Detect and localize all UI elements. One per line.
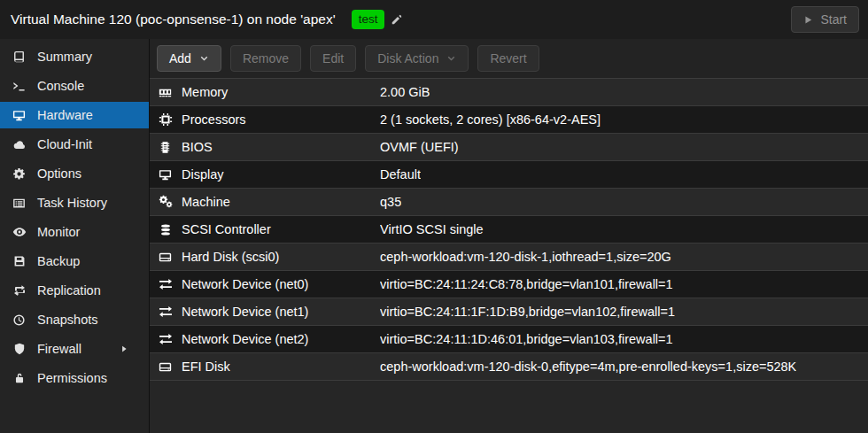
table-row-scsi-controller[interactable]: SCSI Controller VirtIO SCSI single	[150, 216, 868, 244]
book-icon	[12, 50, 27, 64]
row-value: virtio=BC:24:11:1D:46:01,bridge=vlan103,…	[380, 332, 673, 346]
sidebar-item-task-history[interactable]: Task History	[0, 189, 149, 216]
vm-header: Virtual Machine 120 (poc-opnsense-1) on …	[0, 0, 868, 39]
row-label: Memory	[182, 85, 380, 99]
chevron-down-icon	[446, 54, 456, 64]
row-value: ceph-workload:vm-120-disk-1,iothread=1,s…	[380, 250, 671, 264]
sidebar-item-label: Cloud-Init	[37, 137, 92, 151]
network-exchange-icon	[158, 305, 173, 319]
sidebar-item-console[interactable]: Console	[0, 73, 149, 99]
sidebar-item-summary[interactable]: Summary	[0, 43, 149, 70]
table-row-network-net1[interactable]: Network Device (net1) virtio=BC:24:11:1F…	[150, 298, 868, 326]
microchip-icon	[158, 141, 173, 154]
sidebar-item-label: Replication	[37, 283, 101, 298]
play-icon	[803, 15, 813, 25]
network-exchange-icon	[158, 332, 173, 346]
remove-button[interactable]: Remove	[230, 45, 301, 72]
sidebar-item-label: Options	[37, 166, 81, 181]
row-label: Display	[182, 167, 380, 182]
row-value: VirtIO SCSI single	[380, 222, 484, 236]
sidebar-item-firewall[interactable]: Firewall	[0, 336, 149, 362]
vm-tag-test: test	[352, 10, 385, 29]
floppy-icon	[12, 255, 27, 267]
row-label: Network Device (net1)	[182, 305, 380, 319]
row-label: EFI Disk	[182, 360, 380, 374]
network-exchange-icon	[158, 277, 173, 291]
row-value: ceph-workload:vm-120-disk-0,efitype=4m,p…	[380, 360, 796, 374]
cpu-icon	[158, 112, 173, 127]
row-value: OVMF (UEFI)	[380, 140, 459, 154]
display-icon	[158, 168, 173, 182]
page-title: Virtual Machine 120 (poc-opnsense-1) on …	[11, 12, 336, 27]
sidebar-item-label: Monitor	[37, 225, 80, 239]
hdd-icon	[158, 251, 173, 264]
sidebar-item-cloud-init[interactable]: Cloud-Init	[0, 131, 149, 158]
sidebar-item-monitor[interactable]: Monitor	[0, 219, 149, 245]
sidebar-item-label: Permissions	[37, 371, 107, 385]
start-button[interactable]: Start	[791, 6, 859, 33]
cogs-icon	[158, 195, 173, 209]
cloud-icon	[12, 138, 27, 151]
row-value: virtio=BC:24:11:1F:1D:B9,bridge=vlan102,…	[380, 305, 675, 319]
desktop-icon	[12, 109, 27, 122]
revert-button[interactable]: Revert	[477, 45, 539, 72]
shield-icon	[12, 343, 27, 355]
chevron-down-icon	[199, 54, 209, 64]
add-button[interactable]: Add	[157, 45, 221, 72]
hardware-toolbar: Add Remove Edit Disk Action Revert	[150, 39, 868, 79]
sidebar-item-label: Console	[37, 79, 84, 93]
terminal-icon	[12, 80, 27, 93]
sidebar-item-hardware[interactable]: Hardware	[0, 102, 149, 128]
vm-menu-sidebar: Summary Console Hardware Cloud-Init Opti…	[0, 39, 150, 433]
table-row-hard-disk-scsi0[interactable]: Hard Disk (scsi0) ceph-workload:vm-120-d…	[150, 244, 868, 271]
table-row-machine[interactable]: Machine q35	[150, 189, 868, 216]
table-row-efi-disk[interactable]: EFI Disk ceph-workload:vm-120-disk-0,efi…	[150, 353, 868, 381]
table-row-memory[interactable]: Memory 2.00 GiB	[150, 79, 868, 106]
row-value: virtio=BC:24:11:24:C8:78,bridge=vlan101,…	[380, 277, 673, 291]
table-row-bios[interactable]: BIOS OVMF (UEFI)	[150, 134, 868, 161]
hdd-icon	[158, 360, 173, 374]
edit-tags-pencil-icon[interactable]	[391, 13, 403, 26]
hardware-table: Memory 2.00 GiB Processors 2 (1 sockets,…	[150, 79, 868, 381]
table-row-network-net0[interactable]: Network Device (net0) virtio=BC:24:11:24…	[150, 271, 868, 298]
gear-icon	[12, 167, 27, 181]
row-label: Network Device (net0)	[182, 277, 380, 291]
memory-icon	[158, 86, 173, 99]
row-value: 2.00 GiB	[380, 85, 430, 99]
table-row-display[interactable]: Display Default	[150, 161, 868, 189]
sidebar-item-replication[interactable]: Replication	[0, 277, 149, 304]
retweet-icon	[12, 283, 27, 298]
caret-right-icon	[119, 344, 129, 354]
sidebar-item-label: Summary	[37, 50, 92, 64]
row-value: 2 (1 sockets, 2 cores) [x86-64-v2-AES]	[380, 112, 601, 127]
row-label: Machine	[182, 195, 380, 209]
unlock-icon	[12, 372, 27, 384]
sidebar-item-label: Backup	[37, 254, 80, 268]
row-label: Processors	[182, 112, 380, 127]
disk-action-button[interactable]: Disk Action	[365, 45, 469, 72]
row-label: Hard Disk (scsi0)	[182, 250, 380, 264]
eye-icon	[12, 225, 27, 239]
table-row-processors[interactable]: Processors 2 (1 sockets, 2 cores) [x86-6…	[150, 106, 868, 134]
sidebar-item-snapshots[interactable]: Snapshots	[0, 306, 149, 333]
sidebar-item-options[interactable]: Options	[0, 160, 149, 187]
sidebar-item-backup[interactable]: Backup	[0, 248, 149, 274]
history-icon	[12, 313, 27, 327]
row-label: SCSI Controller	[182, 222, 380, 236]
sidebar-item-label: Hardware	[37, 108, 93, 122]
sidebar-item-label: Firewall	[37, 342, 81, 356]
database-icon	[158, 223, 173, 236]
row-label: Network Device (net2)	[182, 332, 380, 346]
table-row-network-net2[interactable]: Network Device (net2) virtio=BC:24:11:1D…	[150, 326, 868, 353]
row-label: BIOS	[182, 140, 380, 154]
sidebar-item-label: Snapshots	[37, 313, 98, 327]
list-icon	[12, 197, 27, 210]
edit-button[interactable]: Edit	[310, 45, 356, 72]
hardware-panel: Add Remove Edit Disk Action Revert Memor…	[150, 39, 868, 433]
row-value: Default	[380, 167, 421, 182]
row-value: q35	[380, 195, 401, 209]
sidebar-item-label: Task History	[37, 196, 107, 210]
sidebar-item-permissions[interactable]: Permissions	[0, 365, 149, 391]
